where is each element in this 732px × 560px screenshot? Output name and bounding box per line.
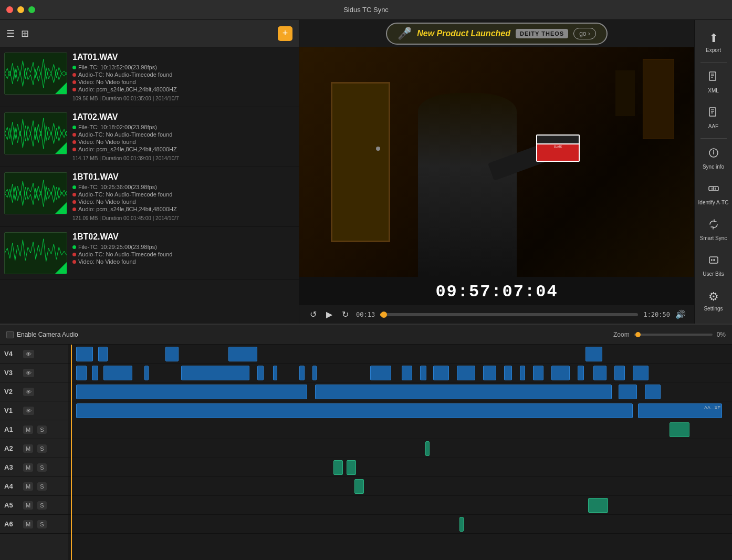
a3-m-button[interactable]: M	[23, 463, 33, 472]
file-footer-1at02: 114.17 MB | Duration 00:01:39:00 | 2014/…	[72, 155, 295, 161]
sidebar-item-smartsync[interactable]: Smart Sync	[695, 212, 732, 248]
a6-row	[68, 515, 732, 534]
a6-name: A6	[4, 520, 19, 528]
file-video-1at02: Video: No Video found	[72, 139, 295, 145]
a4-m-button[interactable]: M	[23, 482, 33, 491]
track-label-a2: A2 M S	[0, 439, 68, 458]
progress-bar[interactable]	[380, 313, 638, 316]
syncinfo-label: Sync info	[703, 164, 724, 170]
track-label-a1: A1 M S	[0, 420, 68, 439]
banner-go-button[interactable]: go ›	[573, 28, 596, 39]
sidebar-item-syncinfo[interactable]: Sync info	[695, 141, 732, 177]
a1-s-button[interactable]: S	[37, 426, 46, 434]
dot-audiotc-1at01	[72, 73, 76, 77]
dot-filetc-1bt02	[72, 245, 76, 249]
v4-name: V4	[4, 350, 19, 358]
sidebar-item-aaf[interactable]: AAF	[695, 100, 732, 136]
file-video-1bt01: Video: No Video found	[72, 199, 295, 205]
a1-m-button[interactable]: M	[23, 426, 33, 434]
settings-label: Settings	[704, 306, 723, 312]
track-label-a5: A5 M S	[0, 496, 68, 515]
v3-clip-18	[533, 366, 543, 380]
a2-clip-1	[425, 441, 430, 456]
v2-eye-button[interactable]: 👁	[23, 388, 34, 396]
v1-name: V1	[4, 407, 19, 414]
v1-eye-button[interactable]: 👁	[23, 407, 34, 415]
sidebar-item-settings[interactable]: ⚙ Settings	[695, 284, 732, 318]
a2-s-button[interactable]: S	[37, 444, 46, 453]
file-item-1bt01[interactable]: 1BT01.WAV File-TC: 10:25:36:00(23.98fps)…	[0, 167, 299, 227]
v4-row	[68, 345, 732, 364]
rewind-button[interactable]: ↺	[308, 308, 319, 320]
sidebar-item-identify-atc[interactable]: Identify A-TC	[695, 177, 732, 212]
file-info-1at01: 1AT01.WAV File-TC: 10:13:52:00(23.98fps)…	[72, 53, 295, 101]
a4-s-button[interactable]: S	[37, 482, 46, 491]
aaf-icon	[708, 107, 719, 121]
xml-icon	[708, 71, 719, 86]
zoom-slider[interactable]	[634, 334, 713, 336]
app-title: Sidus TC Sync	[343, 6, 389, 14]
volume-button[interactable]: 🔊	[675, 309, 686, 319]
grid-icon[interactable]: ⊞	[21, 28, 29, 39]
a4-clip-1	[354, 479, 364, 494]
dot-video-1bt01	[72, 200, 76, 204]
timeline-toolbar: Enable Camera Audio Zoom 0%	[0, 325, 732, 345]
v3-clip-17	[520, 366, 525, 380]
zoom-thumb	[635, 332, 641, 337]
window-controls	[6, 6, 35, 13]
track-label-v1: V1 👁	[0, 401, 68, 420]
waveform-1at02	[4, 112, 67, 154]
v1-clip-end-label: AA...XF	[704, 405, 720, 410]
sidebar-item-xml[interactable]: XML	[695, 65, 732, 100]
v3-clip-16	[504, 366, 512, 380]
settings-icon: ⚙	[708, 290, 719, 304]
userbits-icon	[708, 254, 719, 269]
v2-name: V2	[4, 388, 19, 396]
scene-door	[331, 82, 390, 243]
file-item-1bt02[interactable]: 1BT02.WAV File-TC: 10:29:25:00(23.98fps)…	[0, 227, 299, 280]
video-frame: SLATE	[299, 47, 694, 277]
forward-button[interactable]: ↻	[340, 308, 351, 320]
file-item-1at02[interactable]: 1AT02.WAV File-TC: 10:18:02:00(23.98fps)…	[0, 107, 299, 167]
v2-clip-main	[76, 385, 307, 399]
file-tc-1at01: File-TC: 10:13:52:00(23.98fps)	[72, 64, 295, 70]
v3-clip-14	[457, 366, 475, 380]
v3-eye-button[interactable]: 👁	[23, 369, 34, 377]
play-button[interactable]: ▶	[324, 308, 334, 320]
sidebar-item-userbits[interactable]: User Bits	[695, 248, 732, 284]
a3-s-button[interactable]: S	[37, 463, 46, 472]
a5-m-button[interactable]: M	[23, 501, 33, 510]
v4-eye-button[interactable]: 👁	[23, 350, 34, 358]
center-panel: 🎤 New Product Launched DEITY THEOS go ›	[299, 20, 694, 324]
sidebar-item-export[interactable]: ⬆ Export	[695, 25, 732, 60]
bg-frame	[643, 59, 674, 139]
right-sidebar: ⬆ Export XML AAF Sync info I	[694, 20, 732, 324]
promo-banner: 🎤 New Product Launched DEITY THEOS go ›	[299, 20, 694, 47]
a5-s-button[interactable]: S	[37, 501, 46, 510]
green-corner-1at02	[55, 142, 67, 154]
a5-clip-1	[588, 498, 608, 513]
add-button[interactable]: +	[278, 26, 292, 41]
menu-icon[interactable]: ☰	[6, 28, 15, 39]
minimize-button[interactable]	[17, 6, 24, 13]
v3-clip-13	[433, 366, 449, 380]
file-tc-1bt02: File-TC: 10:29:25:00(23.98fps)	[72, 244, 295, 250]
dot-audiotc-1at02	[72, 133, 76, 137]
svg-rect-21	[709, 257, 718, 263]
time-total: 1:20:50	[643, 311, 670, 318]
export-label: Export	[706, 47, 721, 54]
timecode-display: 09:57:07:04	[299, 277, 694, 305]
maximize-button[interactable]	[28, 6, 35, 13]
file-item-1at01[interactable]: 1AT01.WAV File-TC: 10:13:52:00(23.98fps)…	[0, 47, 299, 107]
dot-audio-1at01	[72, 88, 76, 91]
v3-row	[68, 364, 732, 382]
v3-clip-20	[578, 366, 584, 380]
a6-s-button[interactable]: S	[37, 520, 46, 528]
v1-clip-main	[76, 403, 633, 418]
v3-clip-9	[312, 366, 317, 380]
a2-m-button[interactable]: M	[23, 444, 33, 453]
clap-text: SLATE	[538, 145, 578, 148]
camera-audio-checkbox[interactable]: Enable Camera Audio	[6, 331, 78, 338]
close-button[interactable]	[6, 6, 13, 13]
a6-m-button[interactable]: M	[23, 520, 33, 528]
